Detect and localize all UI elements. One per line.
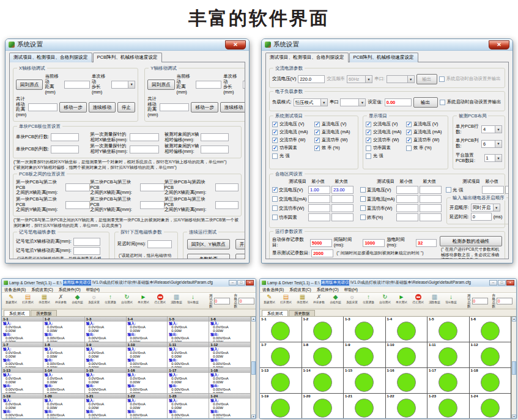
single-pcb-input-0-2[interactable] <box>201 133 229 141</box>
test-cell[interactable]: 1-20输入:0.0V/0mA0.00W输出:0.00V/0mA0.00W <box>43 394 85 419</box>
view-tab-1[interactable]: 历史数据 <box>289 310 315 316</box>
param-check-button[interactable]: 参数检查 <box>187 254 230 259</box>
range-c1-checkbox-3[interactable] <box>272 215 278 220</box>
single-pcb-input-1-2[interactable] <box>201 146 229 153</box>
toolbar-合格判据-button[interactable]: ◆合格判据 <box>69 293 86 304</box>
test-cell[interactable]: 1-13输入:0.0V/0mA0.00W输出:0.00V/0mA0.00W <box>2 368 43 394</box>
run-stop-button[interactable]: 停止 <box>235 254 245 259</box>
test-cell[interactable]: 1-22 <box>386 394 428 419</box>
toolbar-位置调整-button[interactable]: ↑位置调整 <box>360 293 377 304</box>
load-auto-checkbox[interactable] <box>440 100 445 105</box>
test-cell[interactable]: 1-6 <box>470 317 512 342</box>
tab-test-items[interactable]: 测试项目、检测项目、合格判据设定 <box>9 53 92 62</box>
test-cell[interactable]: 1-5输入:0.0V/0mA0.00W输出:0.00V/0mA0.00W <box>168 317 209 342</box>
maximize-button[interactable]: □ <box>498 280 506 286</box>
display-checkbox-1[interactable] <box>406 122 412 127</box>
relay-order-select[interactable]: 同时开启▼ <box>471 204 500 212</box>
test-cell[interactable]: 1-24 <box>470 394 512 419</box>
range-c1-min-input-1[interactable] <box>308 195 330 203</box>
test-cell[interactable]: 1-17输入:0.0V/0mA0.00W输出:0.00V/0mA0.00W <box>168 368 209 394</box>
range-c2-checkbox-3[interactable] <box>360 215 366 220</box>
range-c2-checkbox-0[interactable] <box>360 187 366 193</box>
toolbar-导出数据-button[interactable]: ↓导出数据 <box>443 293 459 304</box>
toolbar-系统设置-button[interactable]: ☼系统设置 <box>86 293 102 304</box>
load-output-button[interactable]: 输出 <box>413 97 438 108</box>
range-c1-min-input-0[interactable] <box>308 186 330 194</box>
return-xy-origin-button[interactable]: 回到X、Y轴原点 <box>187 239 230 249</box>
pcb-between-input-1-0[interactable] <box>65 201 90 209</box>
close-icon[interactable]: ✕ <box>225 40 246 50</box>
single-pcb-input-1-1[interactable] <box>130 146 159 153</box>
range-c2-max-input-1[interactable] <box>420 195 442 203</box>
vertical-scrollbar[interactable]: ▲▼ <box>511 317 516 419</box>
tab-test-items[interactable]: 测试项目、检测项目、合格判据设定 <box>265 53 349 62</box>
test-cell[interactable]: 1-12 <box>470 342 512 368</box>
test-cell[interactable]: 1-15 <box>344 368 386 394</box>
dialog-titlebar[interactable]: 系统设置 ✕ <box>262 39 512 51</box>
test-cell[interactable]: 1-21 <box>344 394 386 419</box>
test-cell[interactable]: 1-14 <box>302 368 344 394</box>
scroll-up-arrow-icon[interactable]: ▲ <box>512 317 516 322</box>
test-cell[interactable]: 1-20 <box>302 394 344 419</box>
close-icon[interactable]: ✕ <box>489 40 509 50</box>
test-cell[interactable]: 1-12输入:0.0V/0mA0.00W输出:0.00V/0mA0.00W <box>209 342 251 368</box>
minimize-button[interactable]: – <box>489 280 497 286</box>
display-checkbox-6[interactable] <box>366 146 371 151</box>
sys-test-checkbox-7[interactable] <box>314 146 320 151</box>
pcb-layout-select-2[interactable]: 1▼ <box>484 154 502 162</box>
scroll-down-arrow-icon[interactable]: ▼ <box>251 414 256 419</box>
display-records-input[interactable] <box>311 249 333 257</box>
y-step-select[interactable]: ▼ <box>243 81 245 89</box>
toolbar-保存测试-button[interactable]: ▦保存测试 <box>36 293 53 304</box>
view-tab-0[interactable]: 系统测试 <box>4 310 30 316</box>
x-move-one-step-button[interactable]: 移动一步 <box>59 102 86 112</box>
test-cell[interactable]: 1-16输入:0.0V/0mA0.00W输出:0.00V/0mA0.00W <box>127 368 168 394</box>
view-tab-1[interactable]: 历史数据 <box>31 310 57 316</box>
pcb-between-input-1-1[interactable] <box>140 201 165 209</box>
test-cell[interactable]: 1-4 <box>386 317 428 342</box>
toolbar-停止测试-button[interactable]: 停止测试 <box>152 293 168 304</box>
menu-item-0[interactable]: 设备选择(S) <box>262 287 284 292</box>
ac-volt-input[interactable] <box>298 75 325 83</box>
dialog-titlebar[interactable]: 系统设置 ✕ <box>6 39 249 51</box>
menu-item-1[interactable]: 系统设置(C) <box>31 287 53 292</box>
marker-y-input[interactable] <box>73 247 100 255</box>
toolbar-清除数据-button[interactable]: ▥清除数据 <box>168 293 185 304</box>
range-c2-min-input-1[interactable] <box>396 195 418 203</box>
toolbar-外设参数-button[interactable]: ✗外设参数 <box>53 293 69 304</box>
relay-delay-input[interactable] <box>471 213 492 221</box>
toolbar-单次测试-button[interactable]: ►单次测试 <box>393 293 410 304</box>
delay-time-input[interactable] <box>147 240 172 248</box>
test-cell[interactable]: 1-18 <box>470 368 512 394</box>
test-cell[interactable]: 1-10输入:0.0V/0mA0.00W输出:0.00V/0mA0.00W <box>127 342 168 368</box>
range-c3-checkbox-0[interactable] <box>446 187 451 193</box>
test-cell[interactable]: 1-18输入:0.0V/0mA0.00W输出:0.00V/0mA0.00W <box>209 368 251 394</box>
set-value-input[interactable] <box>385 98 412 106</box>
sys-test-checkbox-0[interactable] <box>272 122 278 127</box>
range-c3-max-input-0[interactable] <box>505 186 509 194</box>
toolbar-保存测试-button[interactable]: ▦保存测试 <box>294 293 311 304</box>
scroll-thumb[interactable] <box>512 361 516 375</box>
test-cell[interactable]: 1-11 <box>427 342 470 368</box>
pcb-layout-select-0[interactable]: 4▼ <box>481 125 502 133</box>
toolbar-位置调整-button[interactable]: ↑位置调整 <box>102 293 119 304</box>
y-continuous-move-button[interactable]: 连续移动 <box>220 102 245 112</box>
load-port-select[interactable]: ▼ <box>340 98 366 106</box>
y-move-one-step-button[interactable]: 移动一步 <box>191 102 218 112</box>
test-cell[interactable]: 1-4输入:0.0V/0mA0.00W输出:0.00V/0mA0.00W <box>127 317 168 342</box>
test-cell[interactable]: 1-10 <box>386 342 428 368</box>
marker-x-input[interactable] <box>73 238 100 246</box>
range-c1-max-input-2[interactable] <box>331 204 353 212</box>
maximize-button[interactable]: □ <box>237 280 245 286</box>
single-pcb-input-0-0[interactable] <box>51 133 79 141</box>
ac-freq-select[interactable]: 60Hz▼ <box>347 75 372 83</box>
close-button[interactable]: × <box>246 280 254 286</box>
toolbar-导出数据-button[interactable]: ↓导出数据 <box>185 293 201 304</box>
display-checkbox-7[interactable] <box>406 146 412 151</box>
tab-pcb-array[interactable]: PCB阵列、机械移动速度设定 <box>93 53 162 62</box>
toolbar-合格判据-button[interactable]: ◆合格判据 <box>327 293 344 304</box>
test-cell[interactable]: 1-21输入:0.0V/0mA0.00W输出:0.00V/0mA0.00W <box>85 394 127 419</box>
test-cell[interactable]: 1-3输入:0.0V/0mA0.00W输出:0.00V/0mA0.00W <box>85 317 127 342</box>
test-cell[interactable]: 1-8 <box>302 342 344 368</box>
menu-item-0[interactable]: 设备选择(S) <box>4 287 26 292</box>
